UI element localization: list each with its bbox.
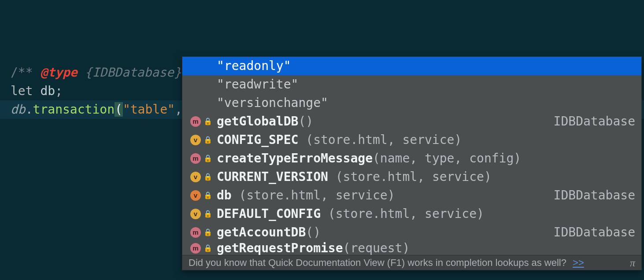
completion-label: db (store.html, service): [217, 186, 395, 205]
completion-item[interactable]: m🔒getAccountDB()IDBDatabase: [182, 223, 641, 242]
jsdoc-tag: @type: [40, 65, 77, 80]
lock-icon: 🔒: [204, 149, 212, 168]
method-transaction: transaction: [33, 102, 115, 117]
completion-item[interactable]: "versionchange": [182, 94, 641, 112]
completion-item[interactable]: v🔒CONFIG_SPEC (store.html, service): [182, 131, 641, 149]
completion-item[interactable]: m🔒getRequestPromise(request): [182, 242, 641, 255]
method-icon: m: [190, 116, 201, 127]
lock-icon: 🔒: [204, 131, 212, 149]
identifier-db: db: [40, 84, 55, 98]
completion-item[interactable]: v🔒CURRENT_VERSION (store.html, service): [182, 168, 641, 186]
code-editor[interactable]: /** @type {IDBDatabase} */ let db; db.tr…: [0, 0, 644, 174]
completion-label: createTypeErroMessage(name, type, config…: [217, 149, 521, 168]
completion-popup[interactable]: "readonly""readwrite""versionchange"m🔒ge…: [182, 56, 642, 270]
completion-label: CONFIG_SPEC (store.html, service): [217, 131, 462, 149]
method-icon: m: [190, 243, 201, 254]
variable-icon: v: [190, 135, 201, 145]
method-icon: m: [190, 227, 201, 238]
jsdoc-type: {IDBDatabase}: [78, 65, 189, 80]
lock-icon: 🔒: [204, 168, 212, 186]
lock-icon: 🔒: [204, 242, 212, 255]
completion-hint-text: Did you know that Quick Documentation Vi…: [189, 254, 569, 271]
completion-return-type: IDBDatabase: [554, 186, 635, 205]
completion-label: "readwrite": [217, 75, 298, 94]
lock-icon: 🔒: [204, 205, 212, 223]
lock-icon: 🔒: [204, 223, 212, 242]
completion-label: getAccountDB(): [217, 223, 321, 242]
completion-hint-bar: Did you know that Quick Documentation Vi…: [182, 255, 641, 270]
completion-label: "readonly": [217, 57, 291, 75]
string-table: "table": [123, 102, 175, 117]
completion-label: getGlobalDB(): [217, 112, 313, 131]
completion-item[interactable]: m🔒getGlobalDB()IDBDatabase: [182, 112, 641, 131]
completion-return-type: IDBDatabase: [554, 112, 635, 131]
completion-item[interactable]: "readonly": [182, 57, 641, 75]
completion-label: getRequestPromise(request): [217, 242, 410, 255]
dot: .: [26, 102, 33, 117]
variable-icon: v: [190, 172, 201, 182]
completion-label: CURRENT_VERSION (store.html, service): [217, 168, 492, 186]
variable-icon: v: [190, 209, 201, 219]
jsdoc-open: /**: [11, 65, 40, 80]
method-icon: m: [190, 153, 201, 164]
pi-icon[interactable]: π: [630, 254, 635, 271]
completion-item[interactable]: v🔒db (store.html, service)IDBDatabase: [182, 186, 641, 205]
identifier-db-ref: db: [11, 102, 26, 117]
completion-label: DEFAULT_CONFIG (store.html, service): [217, 205, 484, 223]
keyword-let: let: [11, 84, 40, 98]
completion-item[interactable]: "readwrite": [182, 75, 641, 94]
completion-return-type: IDBDatabase: [554, 223, 635, 242]
lock-icon: 🔒: [204, 186, 212, 205]
completion-item[interactable]: v🔒DEFAULT_CONFIG (store.html, service): [182, 205, 641, 223]
paren-open: (: [115, 102, 123, 117]
completion-item[interactable]: m🔒createTypeErroMessage(name, type, conf…: [182, 149, 641, 168]
completion-list[interactable]: "readonly""readwrite""versionchange"m🔒ge…: [182, 57, 641, 255]
completion-hint-link[interactable]: >>: [573, 254, 584, 271]
variable-icon: v: [190, 190, 201, 201]
lock-icon: 🔒: [204, 112, 212, 131]
semicolon: ;: [55, 84, 63, 98]
completion-label: "versionchange": [217, 94, 328, 112]
